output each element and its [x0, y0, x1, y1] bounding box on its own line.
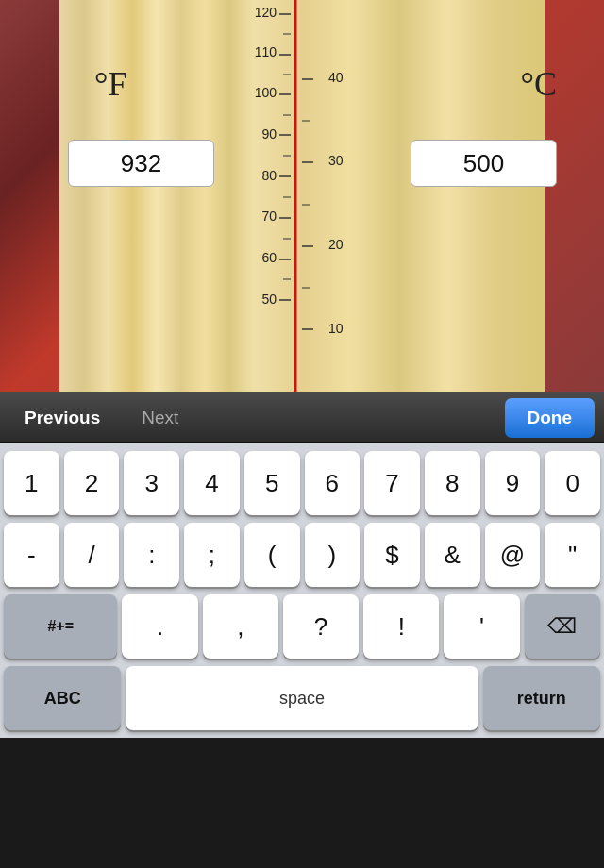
- svg-text:30: 30: [328, 153, 344, 168]
- svg-text:20: 20: [328, 237, 344, 252]
- svg-text:70: 70: [261, 209, 277, 224]
- svg-text:80: 80: [261, 168, 277, 183]
- key-open-paren[interactable]: (: [244, 523, 300, 587]
- key-space[interactable]: space: [126, 666, 478, 730]
- svg-text:110: 110: [255, 44, 277, 59]
- key-abc[interactable]: ABC: [4, 666, 121, 730]
- key-slash[interactable]: /: [64, 523, 120, 587]
- key-dollar[interactable]: $: [364, 523, 420, 587]
- key-ampersand[interactable]: &: [425, 523, 480, 587]
- keyboard-row-shift: #+= . , ? ! ' ⌫: [4, 594, 600, 659]
- key-1[interactable]: 1: [4, 451, 59, 515]
- svg-text:60: 60: [261, 250, 277, 265]
- key-2[interactable]: 2: [64, 451, 120, 515]
- key-close-paren[interactable]: ): [305, 523, 361, 587]
- next-button[interactable]: Next: [121, 398, 199, 438]
- done-button[interactable]: Done: [505, 398, 596, 438]
- key-8[interactable]: 8: [425, 451, 480, 515]
- svg-text:120: 120: [255, 5, 277, 20]
- key-shift-symbols[interactable]: #+=: [4, 594, 117, 659]
- key-return[interactable]: return: [483, 666, 600, 730]
- key-minus[interactable]: -: [4, 523, 59, 587]
- nav-buttons: Previous Next: [4, 398, 199, 438]
- key-3[interactable]: 3: [124, 451, 179, 515]
- key-period[interactable]: .: [122, 594, 197, 659]
- svg-text:100: 100: [255, 85, 277, 100]
- previous-button[interactable]: Previous: [4, 398, 121, 438]
- thermometer-display: °F °C 932 500 120 110 100 90 80 70 60 50…: [0, 0, 604, 392]
- key-exclaim[interactable]: !: [363, 594, 439, 659]
- key-4[interactable]: 4: [184, 451, 240, 515]
- key-comma[interactable]: ,: [203, 594, 278, 659]
- keyboard-row-symbols: - / : ; ( ) $ & @ ": [4, 523, 600, 587]
- key-colon[interactable]: :: [124, 523, 179, 587]
- key-5[interactable]: 5: [244, 451, 300, 515]
- key-9[interactable]: 9: [485, 451, 541, 515]
- keyboard-row-digits: 1 2 3 4 5 6 7 8 9 0: [4, 451, 600, 515]
- numeric-keyboard: 1 2 3 4 5 6 7 8 9 0 - / : ; ( ) $ & @ " …: [0, 443, 604, 738]
- keyboard-toolbar: Previous Next Done: [0, 392, 604, 443]
- key-6[interactable]: 6: [305, 451, 361, 515]
- keyboard-row-bottom: ABC space return: [4, 666, 600, 730]
- svg-text:40: 40: [328, 70, 344, 85]
- key-question[interactable]: ?: [283, 594, 359, 659]
- key-0[interactable]: 0: [545, 451, 600, 515]
- svg-text:10: 10: [328, 321, 344, 336]
- svg-text:90: 90: [261, 126, 277, 142]
- key-semicolon[interactable]: ;: [184, 523, 240, 587]
- key-apostrophe[interactable]: ': [444, 594, 519, 659]
- key-quote[interactable]: ": [545, 523, 600, 587]
- key-7[interactable]: 7: [364, 451, 420, 515]
- svg-text:50: 50: [261, 292, 277, 307]
- key-at[interactable]: @: [485, 523, 541, 587]
- delete-key[interactable]: ⌫: [525, 594, 600, 659]
- scale-svg: 120 110 100 90 80 70 60 50 40 30 20 10: [59, 0, 545, 392]
